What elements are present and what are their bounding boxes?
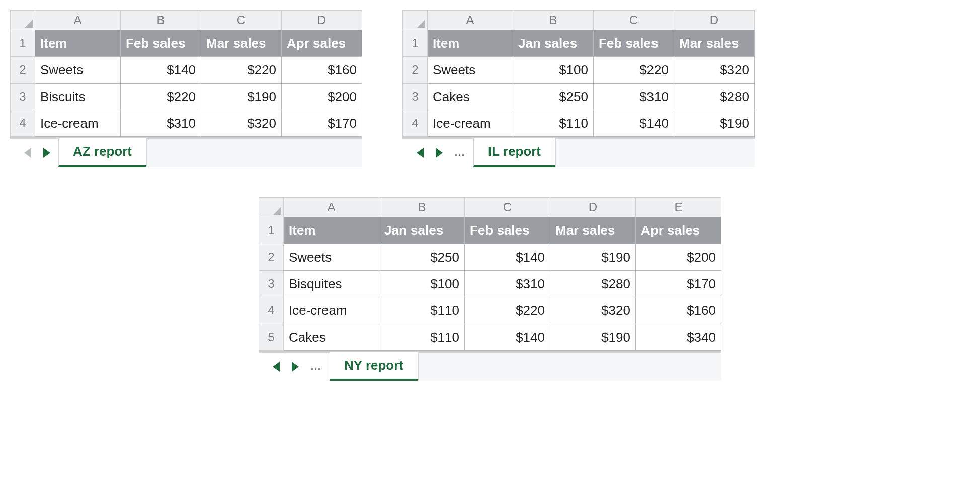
data-cell[interactable]: Sweets (35, 57, 121, 84)
data-cell[interactable]: $250 (379, 244, 465, 271)
column-header-e[interactable]: E (636, 198, 721, 217)
row-header-2[interactable]: 2 (259, 244, 284, 271)
header-cell[interactable]: Jan sales (513, 30, 594, 57)
data-cell[interactable]: Cakes (428, 84, 513, 110)
data-cell[interactable]: $200 (282, 84, 362, 110)
data-cell[interactable]: $100 (379, 271, 465, 297)
data-cell[interactable]: $140 (594, 110, 674, 137)
select-all-corner[interactable] (11, 11, 35, 30)
data-cell[interactable]: $110 (379, 324, 465, 351)
data-cell[interactable]: Bisquites (284, 271, 379, 297)
row-header-3[interactable]: 3 (403, 84, 428, 110)
row-header-2[interactable]: 2 (11, 57, 35, 84)
row-header-1[interactable]: 1 (403, 30, 428, 57)
spreadsheet-grid-il[interactable]: ABCD1ItemJan salesFeb salesMar sales2Swe… (402, 10, 755, 137)
data-cell[interactable]: $170 (636, 271, 721, 297)
data-cell[interactable]: Cakes (284, 324, 379, 351)
data-cell[interactable]: $190 (550, 324, 636, 351)
nav-prev-icon[interactable] (417, 148, 424, 158)
data-cell[interactable]: $190 (201, 84, 282, 110)
data-cell[interactable]: $140 (465, 324, 550, 351)
sheet-tab-active[interactable]: NY report (330, 352, 418, 381)
header-cell[interactable]: Apr sales (282, 30, 362, 57)
spreadsheet-grid-az[interactable]: ABCD1ItemFeb salesMar salesApr sales2Swe… (10, 10, 362, 137)
nav-more-icon[interactable]: ... (311, 362, 321, 372)
data-cell[interactable]: $100 (513, 57, 594, 84)
column-header-d[interactable]: D (282, 11, 362, 30)
row-header-1[interactable]: 1 (259, 217, 284, 244)
data-cell[interactable]: $310 (121, 110, 201, 137)
header-cell[interactable]: Mar sales (550, 217, 636, 244)
data-cell[interactable]: $220 (201, 57, 282, 84)
header-cell[interactable]: Apr sales (636, 217, 721, 244)
data-cell[interactable]: Sweets (428, 57, 513, 84)
data-cell[interactable]: Ice-cream (284, 297, 379, 324)
data-cell[interactable]: $220 (594, 57, 674, 84)
row-header-1[interactable]: 1 (11, 30, 35, 57)
column-header-a[interactable]: A (35, 11, 121, 30)
data-cell[interactable]: Sweets (284, 244, 379, 271)
data-cell[interactable]: Ice-cream (428, 110, 513, 137)
header-cell[interactable]: Feb sales (594, 30, 674, 57)
data-cell[interactable]: $250 (513, 84, 594, 110)
nav-next-icon[interactable] (43, 148, 50, 158)
data-cell[interactable]: $110 (513, 110, 594, 137)
data-cell[interactable]: $280 (550, 271, 636, 297)
nav-more-icon[interactable]: ... (455, 148, 465, 158)
spreadsheet-grid-ny[interactable]: ABCDE1ItemJan salesFeb salesMar salesApr… (259, 197, 721, 351)
sheet-tab-active[interactable]: AZ report (58, 138, 146, 167)
row-header-2[interactable]: 2 (403, 57, 428, 84)
nav-next-icon[interactable] (292, 362, 299, 372)
header-cell[interactable]: Mar sales (674, 30, 755, 57)
row-header-4[interactable]: 4 (11, 110, 35, 137)
row-header-4[interactable]: 4 (259, 297, 284, 324)
column-header-c[interactable]: C (594, 11, 674, 30)
column-header-a[interactable]: A (284, 198, 379, 217)
data-cell[interactable]: $340 (636, 324, 721, 351)
data-cell[interactable]: $190 (674, 110, 755, 137)
data-cell[interactable]: $320 (550, 297, 636, 324)
header-cell[interactable]: Item (35, 30, 121, 57)
data-cell[interactable]: $320 (201, 110, 282, 137)
data-cell[interactable]: $310 (465, 271, 550, 297)
data-cell[interactable]: $320 (674, 57, 755, 84)
select-all-corner[interactable] (259, 198, 284, 217)
data-cell[interactable]: $280 (674, 84, 755, 110)
data-cell[interactable]: Ice-cream (35, 110, 121, 137)
nav-prev-icon[interactable] (24, 148, 31, 158)
data-cell[interactable]: $110 (379, 297, 465, 324)
row-header-4[interactable]: 4 (403, 110, 428, 137)
header-cell[interactable]: Mar sales (201, 30, 282, 57)
row-header-5[interactable]: 5 (259, 324, 284, 351)
column-header-b[interactable]: B (379, 198, 465, 217)
data-cell[interactable]: $200 (636, 244, 721, 271)
column-header-d[interactable]: D (550, 198, 636, 217)
header-cell[interactable]: Feb sales (465, 217, 550, 244)
column-header-b[interactable]: B (121, 11, 201, 30)
nav-next-icon[interactable] (436, 148, 443, 158)
data-cell[interactable]: $160 (636, 297, 721, 324)
select-all-corner[interactable] (403, 11, 428, 30)
column-header-b[interactable]: B (513, 11, 594, 30)
column-header-a[interactable]: A (428, 11, 513, 30)
data-cell[interactable]: $310 (594, 84, 674, 110)
header-cell[interactable]: Item (284, 217, 379, 244)
header-cell[interactable]: Jan sales (379, 217, 465, 244)
data-cell[interactable]: Biscuits (35, 84, 121, 110)
row-header-3[interactable]: 3 (11, 84, 35, 110)
column-header-c[interactable]: C (465, 198, 550, 217)
header-cell[interactable]: Feb sales (121, 30, 201, 57)
data-cell[interactable]: $140 (465, 244, 550, 271)
row-header-3[interactable]: 3 (259, 271, 284, 297)
sheet-tab-active[interactable]: IL report (473, 138, 555, 167)
nav-prev-icon[interactable] (273, 362, 280, 372)
column-header-d[interactable]: D (674, 11, 755, 30)
header-cell[interactable]: Item (428, 30, 513, 57)
data-cell[interactable]: $220 (121, 84, 201, 110)
data-cell[interactable]: $140 (121, 57, 201, 84)
column-header-c[interactable]: C (201, 11, 282, 30)
data-cell[interactable]: $160 (282, 57, 362, 84)
data-cell[interactable]: $190 (550, 244, 636, 271)
data-cell[interactable]: $170 (282, 110, 362, 137)
data-cell[interactable]: $220 (465, 297, 550, 324)
